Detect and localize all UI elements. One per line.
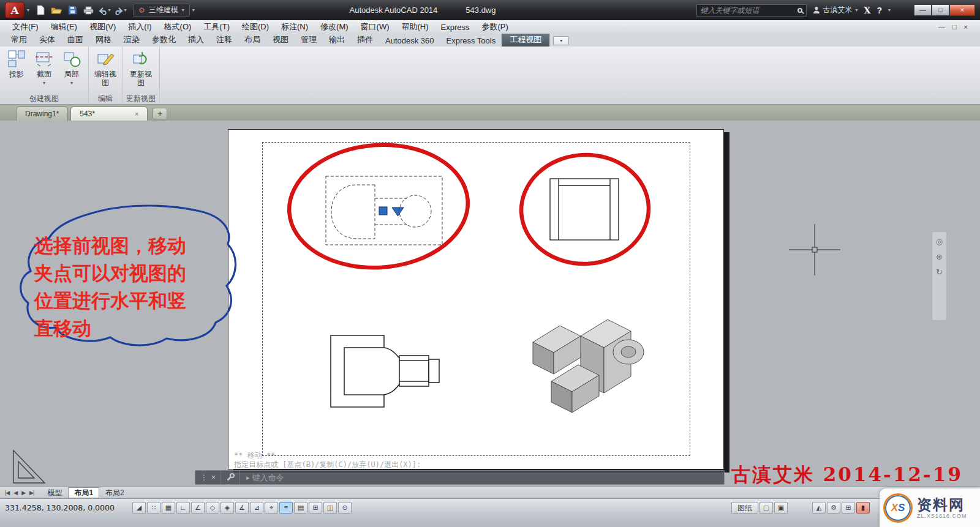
ribbon-tab-home[interactable]: 常用 — [5, 33, 33, 47]
steering-wheel-icon[interactable]: ◎ — [936, 237, 943, 246]
app-menu-caret-icon[interactable]: ▾ — [27, 7, 29, 13]
layout-nav-first-icon[interactable]: |◀ — [4, 490, 10, 496]
menu-edit[interactable]: 编辑(E) — [45, 21, 83, 32]
menu-view[interactable]: 视图(V) — [83, 21, 122, 32]
cleanscreen-button[interactable]: ▮ — [856, 502, 870, 514]
projection-view-button[interactable]: 投影 — [4, 48, 29, 78]
panel-label-edit[interactable]: 编辑 — [92, 94, 118, 104]
menu-file[interactable]: 文件(F) — [6, 21, 45, 32]
status-toggle-ortho[interactable]: ∟ — [176, 502, 190, 514]
ribbon-minimize-button[interactable]: ▾ — [553, 36, 569, 45]
plot-button[interactable] — [81, 4, 95, 17]
command-line-close-icon[interactable]: × — [211, 473, 216, 482]
command-input[interactable] — [252, 473, 724, 482]
status-toggle-transparency[interactable]: ▤ — [294, 502, 307, 514]
save-button[interactable] — [66, 4, 79, 17]
detail-view-button[interactable]: 局部 ▾ — [59, 48, 85, 88]
new-file-button[interactable] — [34, 4, 47, 17]
menu-tools[interactable]: 工具(T) — [197, 21, 236, 32]
open-file-button[interactable] — [50, 4, 63, 17]
ribbon-tab-annotate[interactable]: 注释 — [210, 33, 238, 47]
orbit-icon[interactable]: ↻ — [936, 267, 943, 277]
restore-button[interactable]: □ — [932, 4, 949, 16]
search-icon[interactable] — [797, 8, 802, 13]
sign-in-control[interactable]: 古滇艾米 ▾ — [813, 5, 858, 15]
menu-express[interactable]: Express — [435, 23, 476, 32]
status-toggle-annotation-monitor[interactable]: ⊙ — [338, 502, 352, 514]
annotation-scale-button[interactable]: ◭ — [812, 502, 826, 514]
autocad-app-menu-button[interactable]: A — [5, 2, 24, 18]
quick-view-layouts-button[interactable]: ▢ — [760, 502, 773, 514]
ribbon-tab-render[interactable]: 渲染 — [118, 33, 146, 47]
redo-caret-icon[interactable]: ▾ — [124, 7, 127, 13]
layout-nav-prev-icon[interactable]: ◀ — [12, 490, 18, 496]
layout-nav-last-icon[interactable]: ▶| — [28, 490, 35, 496]
menu-format[interactable]: 格式(O) — [158, 21, 198, 32]
menu-modify[interactable]: 修改(M) — [314, 21, 355, 32]
ribbon-tab-parametric[interactable]: 参数化 — [146, 33, 182, 47]
help-caret-icon[interactable]: ▾ — [888, 7, 891, 13]
workspace-switch-button[interactable]: ⚙ — [827, 502, 840, 514]
status-toggle-lineweight[interactable]: ≡ — [279, 502, 293, 514]
menu-parametric[interactable]: 参数(P) — [476, 21, 514, 32]
menu-insert[interactable]: 插入(I) — [122, 21, 157, 32]
ribbon-tab-plugins[interactable]: 插件 — [351, 33, 379, 47]
qat-customize-caret-icon[interactable]: ▾ — [192, 7, 195, 13]
edit-view-button[interactable]: 编辑视图 — [92, 48, 118, 87]
status-toggle-ducs[interactable]: ⊿ — [250, 502, 263, 514]
ribbon-tab-manage[interactable]: 管理 — [295, 33, 323, 47]
update-view-button[interactable]: 更新视图 — [128, 48, 154, 87]
command-search-button[interactable] — [221, 471, 240, 484]
command-line[interactable]: ⋮ × ▸ — [195, 470, 725, 485]
workspace-selector[interactable]: ⚙ 三维建模 ▾ — [133, 4, 190, 17]
ribbon-tab-view[interactable]: 视图 — [266, 33, 295, 47]
ribbon-tab-output[interactable]: 输出 — [323, 33, 351, 47]
undo-caret-icon[interactable]: ▾ — [108, 7, 111, 13]
infocenter-search[interactable] — [696, 4, 807, 17]
ribbon-tab-autodesk360[interactable]: Autodesk 360 — [379, 35, 440, 47]
menu-draw[interactable]: 绘图(D) — [236, 21, 275, 32]
file-tab-close-icon[interactable]: × — [135, 110, 138, 118]
tab-model[interactable]: 模型 — [41, 487, 68, 498]
quick-view-drawings-button[interactable]: ▣ — [774, 502, 788, 514]
status-toggle-polar[interactable]: ∠ — [191, 502, 205, 514]
tab-layout2[interactable]: 布局2 — [99, 487, 130, 498]
menu-dimension[interactable]: 标注(N) — [275, 21, 314, 32]
doc-close-button[interactable]: × — [964, 23, 968, 31]
status-toggle-dynamic-input[interactable]: ⌖ — [265, 502, 278, 514]
ribbon-tab-layout[interactable]: 布局 — [238, 33, 266, 47]
ribbon-tab-surface[interactable]: 曲面 — [61, 33, 89, 47]
status-toggle-snap[interactable]: ∷ — [147, 502, 160, 514]
command-line-drag-handle[interactable]: ⋮ — [200, 473, 208, 482]
drawing-canvas[interactable]: 选择前视图，移动 夹点可以对视图的 位置进行水平和竖 直移动 ◎ ⊕ ↻ ** … — [0, 121, 980, 487]
section-dropdown-caret-icon[interactable]: ▾ — [43, 79, 45, 88]
navigation-bar[interactable]: ◎ ⊕ ↻ — [932, 231, 947, 321]
layout-nav-next-icon[interactable]: ▶ — [20, 490, 26, 496]
doc-restore-button[interactable]: □ — [952, 23, 957, 31]
panel-label-update-view[interactable]: 更新视图 — [126, 94, 156, 104]
undo-button[interactable]: ▾ — [97, 4, 111, 17]
zoom-icon[interactable]: ⊕ — [936, 252, 943, 261]
doc-minimize-button[interactable]: — — [938, 23, 945, 31]
status-toggle-otrack[interactable]: ∡ — [235, 502, 249, 514]
paper-model-toggle[interactable]: 图纸 — [731, 502, 758, 514]
toolbar-lock-button[interactable]: ⊞ — [842, 502, 855, 514]
ribbon-tab-drawing-views[interactable]: 工程视图 — [502, 32, 549, 47]
panel-label-create-view[interactable]: 创建视图 — [4, 94, 85, 104]
detail-dropdown-caret-icon[interactable]: ▾ — [70, 79, 73, 88]
ribbon-tab-solid[interactable]: 实体 — [33, 33, 61, 47]
minimize-button[interactable]: — — [914, 4, 932, 16]
exchange-apps-button[interactable]: X — [864, 6, 871, 15]
new-drawing-tab-button[interactable]: + — [153, 108, 167, 119]
status-toggle-quick-properties[interactable]: ⊞ — [309, 502, 322, 514]
status-toggle-osnap[interactable]: ◇ — [206, 502, 219, 514]
search-input[interactable] — [701, 6, 794, 15]
menu-window[interactable]: 窗口(W) — [355, 21, 396, 32]
file-tab-543[interactable]: 543* × — [70, 107, 148, 121]
file-tab-drawing1[interactable]: Drawing1* — [16, 107, 68, 121]
status-toggle-grid[interactable]: ▦ — [162, 502, 175, 514]
redo-button[interactable]: ▾ — [113, 4, 127, 17]
tab-layout1[interactable]: 布局1 — [68, 487, 99, 498]
status-toggle-selection-cycling[interactable]: ◫ — [323, 502, 337, 514]
close-button[interactable]: × — [949, 4, 975, 16]
